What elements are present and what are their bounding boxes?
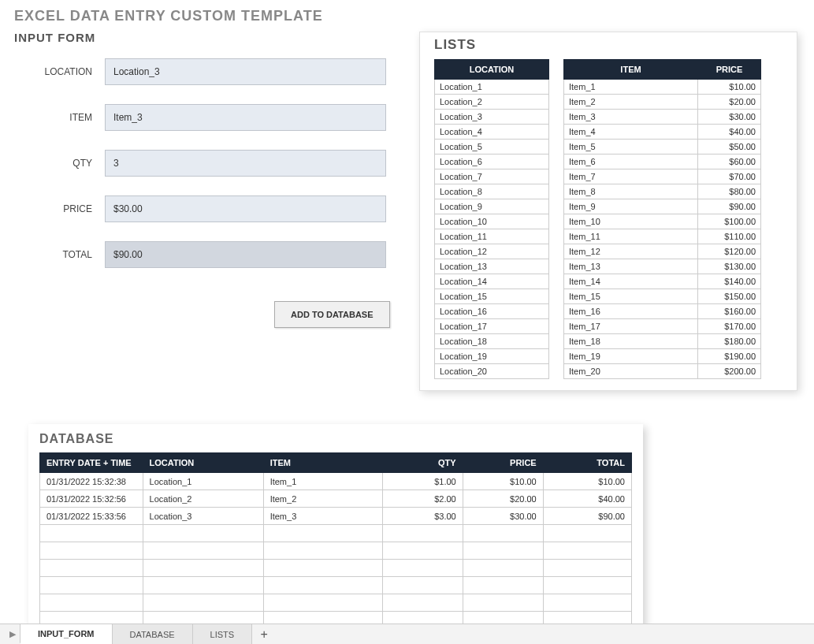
input-price[interactable]: $30.00 — [105, 195, 386, 222]
db-cell-empty — [463, 525, 543, 542]
db-cell-empty — [463, 560, 543, 577]
list-row: Location_11 — [435, 229, 549, 244]
label-location: LOCATION — [14, 66, 105, 77]
db-header-total: TOTAL — [543, 453, 631, 473]
item-price-cell: $50.00 — [698, 140, 761, 154]
db-cell-qty: $1.00 — [382, 473, 463, 490]
db-cell-empty — [143, 594, 263, 612]
db-header-price: PRICE — [463, 453, 543, 473]
item-price-cell: $90.00 — [698, 199, 761, 214]
list-row: Item_4$40.00 — [564, 125, 761, 140]
list-row: Location_10 — [435, 214, 549, 229]
item-price-cell: $200.00 — [698, 364, 761, 379]
location-list-table: LOCATION Location_1Location_2Location_3L… — [434, 59, 549, 379]
db-header-item: ITEM — [263, 453, 382, 473]
location-cell: Location_9 — [435, 199, 549, 214]
list-row: Item_15$150.00 — [564, 289, 761, 304]
list-row: Item_12$120.00 — [564, 244, 761, 259]
list-row: Item_11$110.00 — [564, 229, 761, 244]
location-cell: Location_4 — [435, 125, 549, 140]
location-cell: Location_3 — [435, 110, 549, 125]
add-to-database-button[interactable]: ADD TO DATABASE — [274, 301, 390, 328]
db-cell-empty — [463, 594, 543, 612]
list-row: Item_1$10.00 — [564, 80, 761, 95]
item-name-cell: Item_11 — [564, 229, 698, 244]
db-cell-empty — [40, 542, 143, 560]
table-row-empty — [40, 525, 632, 542]
db-cell-location: Location_1 — [143, 473, 263, 490]
sheet-tab-lists[interactable]: LISTS — [192, 624, 253, 644]
db-cell-total: $90.00 — [543, 508, 631, 525]
location-cell: Location_12 — [435, 244, 549, 259]
list-row: Item_7$70.00 — [564, 169, 761, 184]
db-cell-empty — [543, 542, 631, 560]
input-location[interactable]: Location_3 — [105, 58, 386, 85]
item-name-cell: Item_3 — [564, 110, 698, 125]
location-cell: Location_10 — [435, 214, 549, 229]
db-cell-empty — [40, 577, 143, 594]
db-cell-empty — [382, 542, 463, 560]
sheet-tab-bar: ▶ INPUT_FORM DATABASE LISTS + — [0, 624, 814, 644]
list-row: Location_4 — [435, 125, 549, 140]
db-cell-empty — [143, 577, 263, 594]
item-price-cell: $110.00 — [698, 229, 761, 244]
db-cell-entry: 01/31/2022 15:32:38 — [40, 473, 143, 490]
list-row: Location_8 — [435, 184, 549, 199]
list-row: Item_3$30.00 — [564, 110, 761, 125]
table-row-empty — [40, 542, 632, 560]
db-cell-empty — [463, 577, 543, 594]
table-row: 01/31/2022 15:33:56Location_3Item_3$3.00… — [40, 508, 632, 525]
input-item[interactable]: Item_3 — [105, 104, 386, 131]
location-cell: Location_20 — [435, 364, 549, 379]
item-price-cell: $160.00 — [698, 304, 761, 319]
location-cell: Location_15 — [435, 289, 549, 304]
item-name-cell: Item_17 — [564, 319, 698, 334]
db-cell-item: Item_3 — [263, 508, 382, 525]
item-price-cell: $170.00 — [698, 319, 761, 334]
db-cell-item: Item_1 — [263, 473, 382, 490]
item-list-header: ITEM — [564, 60, 698, 80]
item-list-table: ITEM PRICE Item_1$10.00Item_2$20.00Item_… — [563, 59, 761, 379]
item-name-cell: Item_6 — [564, 154, 698, 169]
location-cell: Location_11 — [435, 229, 549, 244]
tab-nav-prev-icon[interactable]: ▶ — [5, 624, 20, 644]
db-cell-item: Item_2 — [263, 490, 382, 508]
label-total: TOTAL — [14, 249, 105, 260]
db-cell-empty — [143, 542, 263, 560]
list-row: Location_14 — [435, 274, 549, 289]
item-name-cell: Item_4 — [564, 125, 698, 140]
db-cell-entry: 01/31/2022 15:32:56 — [40, 490, 143, 508]
sheet-tab-input-form[interactable]: INPUT_FORM — [20, 624, 113, 644]
item-price-cell: $100.00 — [698, 214, 761, 229]
item-price-cell: $180.00 — [698, 334, 761, 349]
list-row: Item_19$190.00 — [564, 349, 761, 364]
item-price-cell: $190.00 — [698, 349, 761, 364]
item-price-cell: $20.00 — [698, 95, 761, 110]
location-cell: Location_1 — [435, 80, 549, 95]
item-name-cell: Item_12 — [564, 244, 698, 259]
db-cell-empty — [382, 577, 463, 594]
location-cell: Location_16 — [435, 304, 549, 319]
location-cell: Location_2 — [435, 95, 549, 110]
lists-title: LISTS — [434, 37, 782, 53]
list-row: Item_14$140.00 — [564, 274, 761, 289]
db-cell-empty — [543, 525, 631, 542]
input-qty[interactable]: 3 — [105, 150, 386, 177]
sheet-tab-database[interactable]: DATABASE — [112, 624, 193, 644]
item-name-cell: Item_9 — [564, 199, 698, 214]
item-price-cell: $10.00 — [698, 80, 761, 95]
page-title: EXCEL DATA ENTRY CUSTOM TEMPLATE — [0, 0, 814, 31]
list-row: Item_2$20.00 — [564, 95, 761, 110]
db-cell-empty — [543, 594, 631, 612]
item-price-cell: $150.00 — [698, 289, 761, 304]
list-row: Item_20$200.00 — [564, 364, 761, 379]
table-row-empty — [40, 577, 632, 594]
list-row: Location_12 — [435, 244, 549, 259]
label-price: PRICE — [14, 203, 105, 214]
location-cell: Location_8 — [435, 184, 549, 199]
list-row: Item_5$50.00 — [564, 140, 761, 154]
item-name-cell: Item_1 — [564, 80, 698, 95]
list-row: Item_18$180.00 — [564, 334, 761, 349]
add-sheet-button[interactable]: + — [252, 624, 276, 644]
db-cell-empty — [382, 560, 463, 577]
